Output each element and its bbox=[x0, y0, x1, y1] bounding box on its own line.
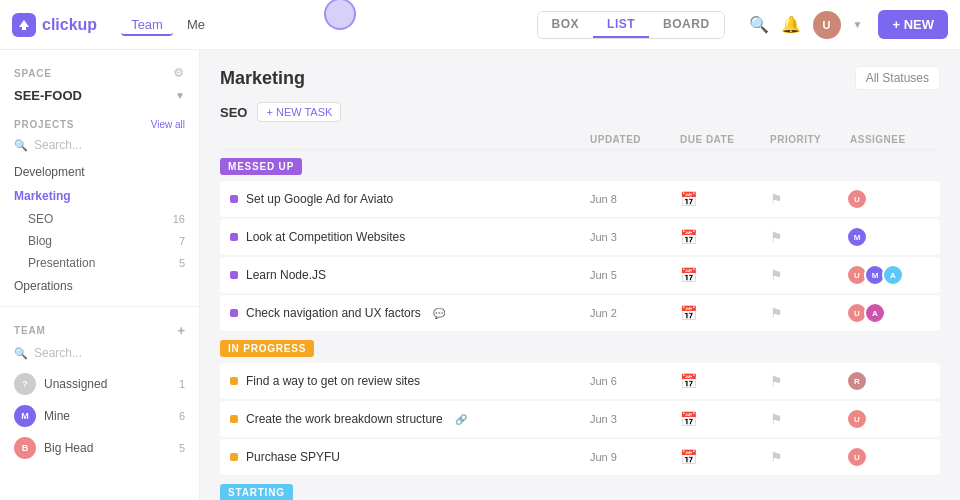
seo-label: SEO bbox=[220, 105, 247, 120]
seo-header: SEO + NEW TASK bbox=[220, 102, 940, 122]
chevron-down-icon[interactable]: ▼ bbox=[853, 19, 863, 30]
content-header: Marketing All Statuses bbox=[220, 66, 940, 90]
new-button[interactable]: + NEW bbox=[878, 10, 948, 39]
logo-icon bbox=[12, 13, 36, 37]
calendar-icon[interactable]: 📅 bbox=[680, 449, 770, 465]
sidebar-member-bighead[interactable]: B Big Head 5 bbox=[0, 432, 199, 464]
search-icon[interactable]: 🔍 bbox=[749, 15, 769, 34]
sidebar-divider bbox=[0, 306, 199, 307]
sidebar-member-mine[interactable]: M Mine 6 bbox=[0, 400, 199, 432]
task-assignees: U bbox=[850, 188, 930, 210]
member-avatar-mine: M bbox=[14, 405, 36, 427]
task-status-dot bbox=[230, 309, 238, 317]
sidebar: SPACE ⚙ SEE-FOOD ▼ PROJECTS View all 🔍 S… bbox=[0, 50, 200, 500]
section-title-messed-up: MESSED UP bbox=[220, 158, 302, 175]
view-all-link[interactable]: View all bbox=[151, 119, 185, 130]
member-avatar-bighead: B bbox=[14, 437, 36, 459]
sidebar-item-development[interactable]: Development bbox=[0, 160, 199, 184]
task-row[interactable]: Set up Google Ad for Aviato Jun 8 📅 ⚑ U bbox=[220, 181, 940, 218]
sidebar-search[interactable]: 🔍 Search... bbox=[0, 134, 199, 160]
space-name[interactable]: SEE-FOOD ▼ bbox=[0, 84, 199, 111]
task-assignees: M bbox=[850, 226, 930, 248]
status-filter[interactable]: All Statuses bbox=[855, 66, 940, 90]
sidebar-item-operations[interactable]: Operations bbox=[0, 274, 199, 298]
calendar-icon[interactable]: 📅 bbox=[680, 411, 770, 427]
search-icon: 🔍 bbox=[14, 139, 28, 152]
priority-icon[interactable]: ⚑ bbox=[770, 191, 850, 207]
team-search[interactable]: 🔍 Search... bbox=[0, 342, 199, 368]
search-icon: 🔍 bbox=[14, 347, 28, 360]
content-area: Marketing All Statuses SEO + NEW TASK UP… bbox=[200, 50, 960, 500]
task-assignees: U bbox=[850, 408, 930, 430]
nav-link-team[interactable]: Team bbox=[121, 13, 173, 36]
view-tabs: BOX LIST BOARD bbox=[537, 11, 725, 39]
tab-list[interactable]: LIST bbox=[593, 12, 649, 38]
notification-icon[interactable]: 🔔 bbox=[781, 15, 801, 34]
task-row[interactable]: Learn Node.JS Jun 5 📅 ⚑ U M A bbox=[220, 257, 940, 294]
section-in-progress-header: IN PROGRESS bbox=[220, 340, 940, 357]
priority-icon[interactable]: ⚑ bbox=[770, 411, 850, 427]
user-avatar[interactable]: U bbox=[813, 11, 841, 39]
task-status-dot bbox=[230, 195, 238, 203]
space-chevron-icon[interactable]: ▼ bbox=[175, 90, 185, 101]
task-extra-icon: 🔗 bbox=[455, 414, 467, 425]
logo-text: clickup bbox=[42, 16, 97, 34]
space-settings-icon[interactable]: ⚙ bbox=[173, 66, 185, 80]
page-title: Marketing bbox=[220, 68, 305, 89]
team-header: TEAM + bbox=[0, 315, 199, 342]
priority-icon[interactable]: ⚑ bbox=[770, 449, 850, 465]
task-row[interactable]: Look at Competition Websites Jun 3 📅 ⚑ M bbox=[220, 219, 940, 256]
task-row[interactable]: Find a way to get on review sites Jun 6 … bbox=[220, 363, 940, 400]
col-assignee: ASSIGNEE bbox=[850, 134, 930, 145]
task-status-dot bbox=[230, 233, 238, 241]
task-assignees: U A bbox=[850, 302, 930, 324]
task-row[interactable]: Check navigation and UX factors💬 Jun 2 📅… bbox=[220, 295, 940, 332]
task-assignees: R bbox=[850, 370, 930, 392]
tab-board[interactable]: BOARD bbox=[649, 12, 724, 38]
task-row[interactable]: Create the work breakdown structure🔗 Jun… bbox=[220, 401, 940, 438]
section-title-starting: STARTING bbox=[220, 484, 293, 500]
section-starting-header: STARTING bbox=[220, 484, 940, 500]
member-avatar-unassigned: ? bbox=[14, 373, 36, 395]
table-header: UPDATED DUE DATE PRIORITY ASSIGNEE bbox=[220, 130, 940, 150]
sidebar-member-unassigned[interactable]: ? Unassigned 1 bbox=[0, 368, 199, 400]
space-label: SPACE ⚙ bbox=[0, 62, 199, 84]
tab-box[interactable]: BOX bbox=[538, 12, 594, 38]
calendar-icon[interactable]: 📅 bbox=[680, 267, 770, 283]
task-row[interactable]: Purchase SPYFU Jun 9 📅 ⚑ U bbox=[220, 439, 940, 476]
task-assignees: U bbox=[850, 446, 930, 468]
sidebar-sub-item-blog[interactable]: Blog 7 bbox=[0, 230, 199, 252]
top-nav: clickup Team Me BOX LIST BOARD 🔍 🔔 U ▼ +… bbox=[0, 0, 960, 50]
sidebar-sub-item-seo[interactable]: SEO 16 bbox=[0, 208, 199, 230]
priority-icon[interactable]: ⚑ bbox=[770, 229, 850, 245]
priority-icon[interactable]: ⚑ bbox=[770, 267, 850, 283]
priority-icon[interactable]: ⚑ bbox=[770, 373, 850, 389]
main-layout: SPACE ⚙ SEE-FOOD ▼ PROJECTS View all 🔍 S… bbox=[0, 50, 960, 500]
task-status-dot bbox=[230, 271, 238, 279]
calendar-icon[interactable]: 📅 bbox=[680, 229, 770, 245]
col-due-date: DUE DATE bbox=[680, 134, 770, 145]
logo: clickup bbox=[12, 13, 97, 37]
nav-links: Team Me bbox=[121, 13, 215, 36]
priority-icon[interactable]: ⚑ bbox=[770, 305, 850, 321]
sidebar-sub-item-presentation[interactable]: Presentation 5 bbox=[0, 252, 199, 274]
task-assignees: U M A bbox=[850, 264, 930, 286]
sidebar-item-marketing[interactable]: Marketing bbox=[0, 184, 199, 208]
nav-icons: 🔍 🔔 U ▼ bbox=[749, 11, 863, 39]
task-extra-icon: 💬 bbox=[433, 308, 445, 319]
team-plus-icon[interactable]: + bbox=[177, 323, 185, 338]
section-messed-up-header: MESSED UP bbox=[220, 158, 940, 175]
new-task-button[interactable]: + NEW TASK bbox=[257, 102, 341, 122]
task-status-dot bbox=[230, 377, 238, 385]
projects-header: PROJECTS View all bbox=[0, 111, 199, 134]
task-status-dot bbox=[230, 415, 238, 423]
nav-link-me[interactable]: Me bbox=[177, 13, 215, 36]
calendar-icon[interactable]: 📅 bbox=[680, 191, 770, 207]
col-priority: PRIORITY bbox=[770, 134, 850, 145]
col-updated: UPDATED bbox=[590, 134, 680, 145]
calendar-icon[interactable]: 📅 bbox=[680, 305, 770, 321]
section-title-in-progress: IN PROGRESS bbox=[220, 340, 314, 357]
calendar-icon[interactable]: 📅 bbox=[680, 373, 770, 389]
task-status-dot bbox=[230, 453, 238, 461]
